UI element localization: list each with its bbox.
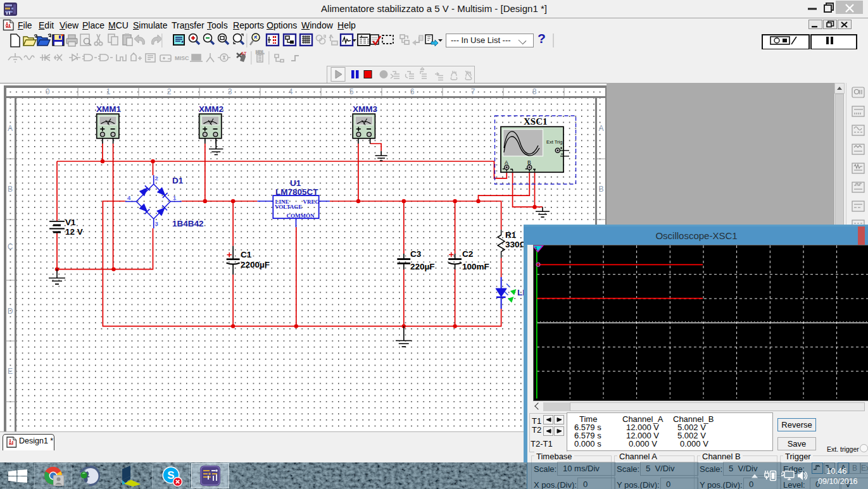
svg-text:C1: C1	[241, 250, 252, 259]
svg-text:C3: C3	[410, 249, 422, 259]
svg-text:12 V: 12 V	[65, 227, 83, 237]
svg-text:COMMON: COMMON	[287, 213, 315, 219]
svg-text:XMM2: XMM2	[199, 104, 223, 114]
svg-text:220µF: 220µF	[410, 262, 435, 271]
svg-text:100mF: 100mF	[462, 262, 489, 271]
svg-text:1: 1	[535, 246, 538, 251]
svg-text:2200µF: 2200µF	[241, 260, 270, 269]
svg-text:HDL: HDL	[256, 50, 264, 54]
svg-text:4: 4	[127, 194, 131, 201]
svg-text:XSC1: XSC1	[524, 116, 548, 127]
svg-text:C2: C2	[462, 249, 473, 259]
svg-text:U1: U1	[290, 178, 301, 188]
svg-text:AT: AT	[241, 51, 247, 56]
svg-text:2: 2	[155, 175, 158, 182]
svg-text:VOLTAGE: VOLTAGE	[275, 204, 302, 210]
svg-text:Ext Trig.: Ext Trig.	[546, 139, 564, 145]
svg-text:3: 3	[155, 220, 158, 227]
svg-text:XMM1: XMM1	[96, 104, 121, 114]
svg-text:V1: V1	[65, 218, 76, 227]
svg-text:LM7805CT: LM7805CT	[275, 187, 318, 197]
svg-text:D1: D1	[172, 176, 184, 185]
svg-text:VREG: VREG	[303, 199, 320, 205]
svg-text:1B4B42: 1B4B42	[172, 219, 204, 228]
svg-text:XMM3: XMM3	[353, 104, 377, 114]
svg-text:1: 1	[173, 194, 177, 201]
svg-text:R1: R1	[505, 230, 517, 240]
svg-text:B: B	[527, 159, 531, 166]
svg-text:MISC: MISC	[175, 55, 189, 61]
svg-text:A: A	[505, 159, 508, 166]
